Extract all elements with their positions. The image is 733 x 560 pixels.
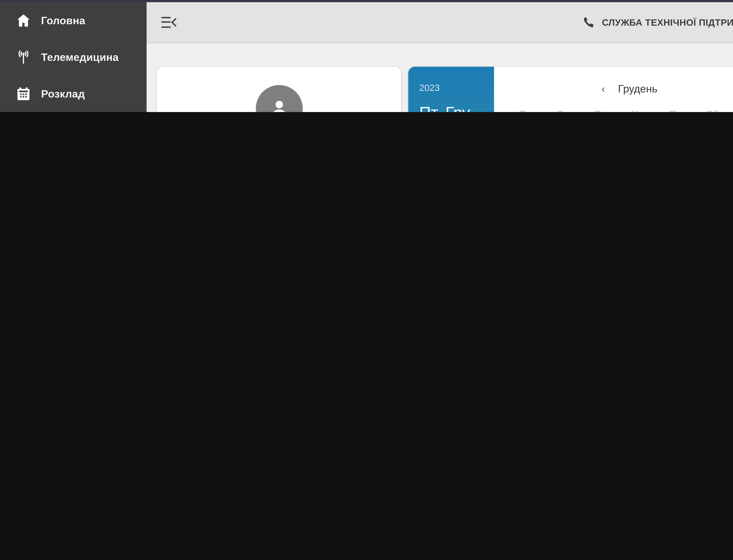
calendar-side-date: Пт, Гру 1 <box>419 102 494 112</box>
sidebar-item-holovna[interactable]: Головна <box>0 2 147 39</box>
phone-icon <box>581 15 595 29</box>
profile-avatar <box>256 85 303 112</box>
sidebar-item-telemedytsyna[interactable]: Телемедицина <box>0 39 147 76</box>
calendar-month-label: Грудень <box>618 83 657 95</box>
calendar-weekday: Чт <box>619 109 656 112</box>
calendar-icon <box>15 85 32 103</box>
calendar-weekday: Нд <box>731 109 733 112</box>
sidebar-item-label: Розклад <box>41 87 85 101</box>
calendar-selected-panel: 2023 Пт, Гру 1 <box>408 67 494 112</box>
calendar-weekday-row: ПнВтСрЧтПтСбНд <box>506 109 733 112</box>
support-phone-block: СЛУЖБА ТЕХНІЧНОЇ ПІДТРИМКИ 0 800 33 54 2… <box>581 15 733 30</box>
calendar-weekday: Сб <box>693 109 731 112</box>
calendar-weekday: Ср <box>581 109 619 112</box>
support-label: СЛУЖБА ТЕХНІЧНОЇ ПІДТРИМКИ <box>602 17 733 28</box>
sidebar-item-label: Телемедицина <box>41 50 119 64</box>
prev-month-button[interactable]: ‹ <box>597 83 609 95</box>
dashboard-main: ПЕРВИННА ЛАНКА (Сімейний лікар eHealth) … <box>147 43 733 112</box>
calendar-weekday: Пн <box>506 109 544 112</box>
ehealth-dashboard: ГоловнаТелемедицинаРозкладКабінетЖУРНАЛИ… <box>0 0 733 112</box>
calendar-weekday: Вт <box>544 109 581 112</box>
profile-card: ПЕРВИННА ЛАНКА (Сімейний лікар eHealth) … <box>156 66 402 112</box>
sidebar-nav: ГоловнаТелемедицинаРозкладКабінетЖУРНАЛИ… <box>0 2 147 112</box>
sidebar-item-label: Головна <box>41 14 85 28</box>
window-top-strip <box>0 0 733 2</box>
calendar-card: 2023 Пт, Гру 1 ‹ Грудень › ‹ 2023 › ПнВт… <box>407 66 733 112</box>
sidebar-collapse-icon[interactable] <box>161 17 177 28</box>
antenna-icon <box>15 48 32 66</box>
calendar-weekday: Пт <box>656 109 693 112</box>
sidebar-item-rozklad[interactable]: Розклад <box>0 76 147 112</box>
calendar-body: ‹ Грудень › ‹ 2023 › ПнВтСрЧтПтСбНд 1234… <box>494 67 733 112</box>
calendar-side-year: 2023 <box>419 83 494 93</box>
topbar: СЛУЖБА ТЕХНІЧНОЇ ПІДТРИМКИ 0 800 33 54 2… <box>147 2 733 43</box>
home-icon <box>15 12 32 29</box>
